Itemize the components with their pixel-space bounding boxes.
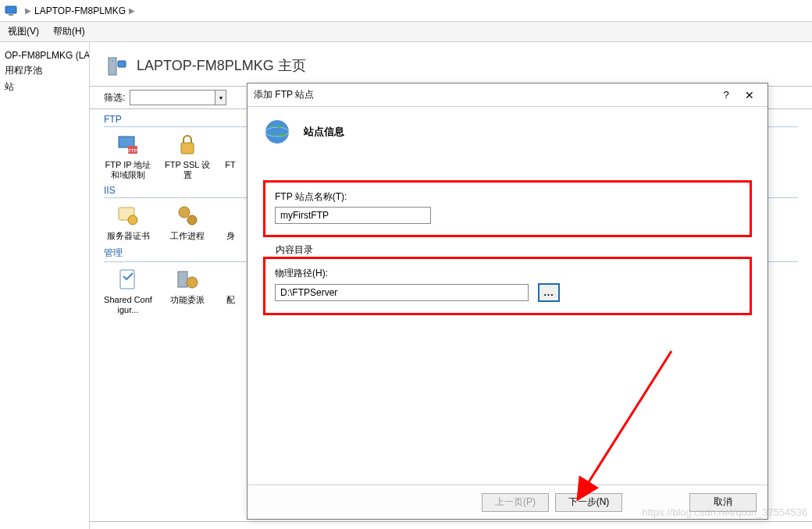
dialog-header-title: 站点信息 — [304, 125, 344, 139]
filter-label: 筛选: — [104, 91, 125, 105]
filter-dropdown[interactable]: ▾ — [215, 90, 226, 105]
menu-help[interactable]: 帮助(H) — [53, 25, 85, 38]
svg-rect-5 — [119, 137, 134, 147]
tree-node-app-pools[interactable]: 用程序池 — [0, 62, 89, 79]
lock-icon — [175, 132, 200, 157]
dialog-title: 添加 FTP 站点 — [254, 88, 714, 101]
certificate-icon — [116, 203, 141, 228]
svg-rect-14 — [178, 272, 187, 287]
add-ftp-site-dialog: 添加 FTP 站点 ? ✕ 站点信息 FTP 站点名称(T): 内容目录 物理路… — [247, 83, 768, 520]
breadcrumb-separator: ▶ — [25, 6, 31, 15]
tile-label: FT — [223, 160, 238, 170]
tile-label: 工作进程 — [163, 231, 212, 241]
tile-ftp-ssl[interactable]: FTP SSL 设置 — [163, 132, 212, 180]
svg-point-10 — [128, 215, 137, 225]
globe-icon — [263, 118, 291, 146]
content-directory-label: 内容目录 — [276, 243, 752, 257]
document-check-icon — [116, 267, 141, 292]
tile-feature-delegation[interactable]: 功能委派 — [163, 267, 212, 315]
tile-iis-truncated[interactable]: 身 — [223, 203, 238, 241]
tile-server-certificates[interactable]: 服务器证书 — [104, 203, 152, 241]
breadcrumb-text[interactable]: LAPTOP-FM8PLMKG — [34, 5, 126, 16]
dialog-header: 站点信息 — [248, 107, 767, 157]
site-name-highlight: FTP 站点名称(T): — [263, 180, 752, 237]
tile-ftp-truncated[interactable]: FT — [223, 132, 238, 180]
svg-rect-3 — [118, 61, 126, 67]
svg-point-15 — [187, 277, 198, 288]
connections-tree: OP-FM8PLMKG (LA 用程序池 站 — [0, 42, 90, 529]
prev-button[interactable]: 上一页(P) — [482, 493, 549, 512]
computer-monitor-icon — [5, 5, 17, 17]
tree-node-server[interactable]: OP-FM8PLMKG (LA — [0, 48, 89, 62]
site-name-input[interactable] — [275, 207, 431, 224]
ftp-ip-icon: FTP — [116, 132, 141, 157]
tile-mgmt-truncated[interactable]: 配 — [223, 267, 238, 315]
dialog-titlebar[interactable]: 添加 FTP 站点 ? ✕ — [248, 83, 767, 107]
svg-point-11 — [179, 207, 190, 218]
tile-label: 身 — [223, 231, 238, 241]
physical-path-label: 物理路径(H): — [275, 267, 740, 280]
tile-label: 服务器证书 — [104, 231, 152, 241]
menu-bar: 视图(V) 帮助(H) — [0, 22, 812, 42]
generic-icon — [223, 203, 248, 228]
filter-input[interactable] — [130, 90, 215, 105]
generic-icon — [223, 132, 248, 157]
close-icon[interactable]: ✕ — [738, 89, 761, 101]
dialog-body: FTP 站点名称(T): 内容目录 物理路径(H): ... — [248, 157, 767, 329]
page-header: LAPTOP-FM8PLMKG 主页 — [90, 42, 812, 86]
physical-path-input[interactable] — [275, 284, 529, 301]
svg-rect-1 — [9, 14, 13, 16]
tile-label: FTP IP 地址和域限制 — [104, 160, 152, 180]
breadcrumb-bar: ▶ LAPTOP-FM8PLMKG ▶ — [0, 0, 812, 22]
dialog-help-button[interactable]: ? — [714, 89, 738, 101]
svg-rect-8 — [181, 143, 194, 154]
tree-node-sites[interactable]: 站 — [0, 79, 89, 95]
tile-shared-configuration[interactable]: Shared Configur... — [104, 267, 152, 315]
tile-label: Shared Configur... — [104, 295, 152, 315]
site-name-label: FTP 站点名称(T): — [275, 190, 740, 204]
menu-view[interactable]: 视图(V) — [8, 25, 39, 38]
page-title: LAPTOP-FM8PLMKG 主页 — [137, 56, 306, 75]
server-icon — [104, 53, 129, 78]
tile-ftp-ip-domain[interactable]: FTP FTP IP 地址和域限制 — [104, 132, 152, 180]
server-gear-icon — [175, 267, 200, 292]
next-button[interactable]: 下一步(N) — [555, 493, 622, 512]
browse-button[interactable]: ... — [538, 283, 560, 302]
svg-point-16 — [265, 120, 289, 144]
svg-point-4 — [112, 60, 113, 62]
generic-icon — [223, 267, 248, 292]
gears-icon — [175, 203, 200, 228]
tile-label: 配 — [223, 295, 238, 305]
svg-text:FTP: FTP — [128, 148, 137, 153]
physical-path-highlight: 物理路径(H): ... — [263, 257, 752, 315]
watermark: https://blog.csdn.net/qixin_37554536 — [642, 506, 807, 518]
tile-label: 功能委派 — [163, 295, 212, 305]
breadcrumb-separator: ▶ — [129, 6, 135, 15]
svg-rect-0 — [5, 6, 16, 13]
tile-label: FTP SSL 设置 — [163, 160, 212, 180]
svg-point-12 — [187, 215, 197, 225]
tile-worker-processes[interactable]: 工作进程 — [163, 203, 212, 241]
